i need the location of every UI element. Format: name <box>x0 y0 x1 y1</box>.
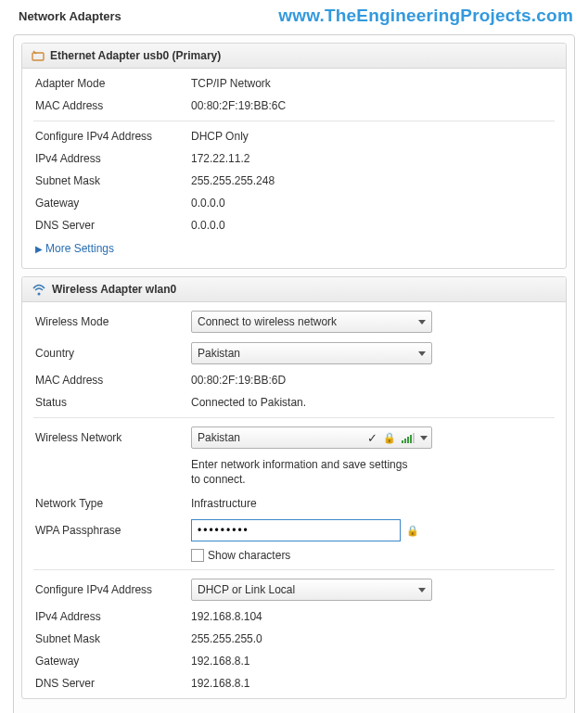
label-eth-gateway: Gateway <box>35 197 191 210</box>
value-eth-ipv4: 172.22.11.2 <box>191 152 553 165</box>
chevron-down-icon <box>418 320 426 325</box>
value-wlan-dns: 192.168.8.1 <box>191 677 553 690</box>
label-wlan-ipv4: IPv4 Address <box>35 610 191 623</box>
value-adapter-mode: TCP/IP Network <box>191 77 553 90</box>
check-icon: ✓ <box>367 431 377 445</box>
main-panel: Ethernet Adapter usb0 (Primary) Adapter … <box>13 34 575 713</box>
ethernet-icon <box>32 49 45 62</box>
ssid-value: Pakistan <box>198 431 362 444</box>
footer-buttons: Certificate Management Save Revert <box>14 707 574 713</box>
label-wlan-dns: DNS Server <box>35 677 191 690</box>
show-characters-checkbox[interactable] <box>191 549 204 562</box>
wifi-icon <box>32 283 46 296</box>
label-wlan-status: Status <box>35 396 191 409</box>
label-network-type: Network Type <box>35 497 191 510</box>
country-select[interactable]: Pakistan <box>191 342 432 364</box>
label-wlan-mac: MAC Address <box>35 374 191 387</box>
value-network-type: Infrastructure <box>191 497 553 510</box>
more-settings-link[interactable]: ▶ More Settings <box>22 236 566 264</box>
value-wlan-gateway: 192.168.8.1 <box>191 655 553 668</box>
value-wlan-ipv4: 192.168.8.104 <box>191 610 553 623</box>
label-eth-dns: DNS Server <box>35 219 191 232</box>
value-eth-mac: 00:80:2F:19:BB:6C <box>191 99 553 112</box>
label-wlan-subnet: Subnet Mask <box>35 632 191 645</box>
conf-ipv4-select[interactable]: DHCP or Link Local <box>191 579 432 601</box>
value-wlan-status: Connected to Pakistan. <box>191 396 553 409</box>
chevron-down-icon <box>418 588 426 592</box>
label-eth-subnet: Subnet Mask <box>35 174 191 187</box>
label-eth-conf-ipv4: Configure IPv4 Address <box>35 130 191 143</box>
network-helper-text: Enter network information and save setti… <box>22 453 421 492</box>
label-wlan-gateway: Gateway <box>35 655 191 668</box>
show-characters-label: Show characters <box>208 549 290 562</box>
passphrase-input[interactable] <box>191 519 401 541</box>
wireless-header-text: Wireless Adapter wlan0 <box>52 283 176 296</box>
label-wireless-network: Wireless Network <box>35 431 191 444</box>
lock-icon: 🔒 <box>406 525 419 537</box>
value-eth-gateway: 0.0.0.0 <box>191 197 553 210</box>
svg-rect-0 <box>32 53 44 60</box>
divider <box>33 417 555 418</box>
label-eth-ipv4: IPv4 Address <box>35 152 191 165</box>
wireless-mode-value: Connect to wireless network <box>198 315 337 328</box>
value-eth-conf-ipv4: DHCP Only <box>191 130 553 143</box>
ethernet-header-text: Ethernet Adapter usb0 (Primary) <box>50 49 221 62</box>
caret-right-icon: ▶ <box>35 244 43 254</box>
conf-ipv4-value: DHCP or Link Local <box>198 583 295 596</box>
label-country: Country <box>35 347 191 360</box>
signal-strength-icon <box>402 432 415 443</box>
wireless-network-select[interactable]: Pakistan ✓ 🔒 <box>191 427 432 449</box>
wireless-section: Wireless Adapter wlan0 Wireless Mode Con… <box>21 276 567 699</box>
chevron-down-icon <box>418 351 426 356</box>
wireless-mode-select[interactable]: Connect to wireless network <box>191 311 432 333</box>
divider <box>33 569 555 570</box>
wireless-header: Wireless Adapter wlan0 <box>22 277 566 302</box>
divider <box>33 121 555 121</box>
label-wireless-mode: Wireless Mode <box>35 315 191 328</box>
label-wlan-conf-ipv4: Configure IPv4 Address <box>35 583 191 596</box>
ethernet-section: Ethernet Adapter usb0 (Primary) Adapter … <box>21 43 567 269</box>
country-value: Pakistan <box>198 347 240 360</box>
chevron-down-icon <box>420 436 428 440</box>
lock-icon: 🔒 <box>383 432 396 444</box>
label-passphrase: WPA Passphrase <box>35 524 191 537</box>
more-settings-text: More Settings <box>45 242 114 255</box>
label-adapter-mode: Adapter Mode <box>35 77 191 90</box>
label-eth-mac: MAC Address <box>35 99 191 112</box>
value-eth-subnet: 255.255.255.248 <box>191 174 553 187</box>
value-wlan-subnet: 255.255.255.0 <box>191 632 553 645</box>
watermark-text: www.TheEngineeringProjects.com <box>278 6 573 26</box>
ethernet-header: Ethernet Adapter usb0 (Primary) <box>22 44 566 69</box>
value-wlan-mac: 00:80:2F:19:BB:6D <box>191 374 553 387</box>
value-eth-dns: 0.0.0.0 <box>191 219 553 232</box>
